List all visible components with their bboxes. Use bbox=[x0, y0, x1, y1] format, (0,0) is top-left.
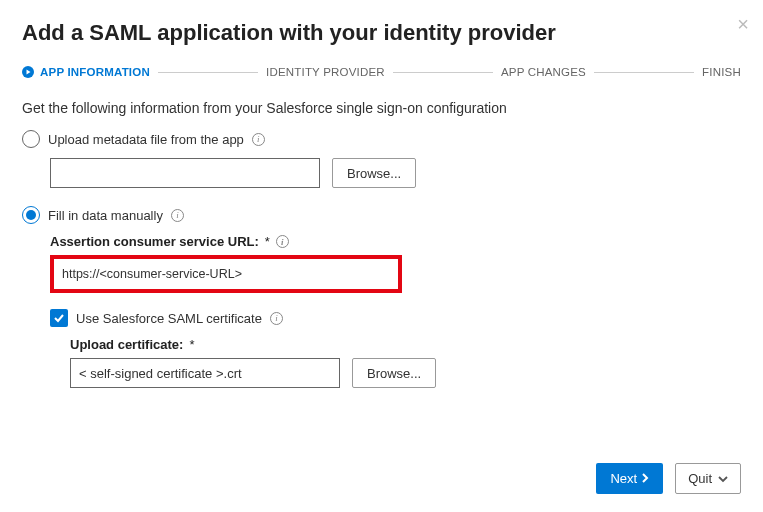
radio-row-manual[interactable]: Fill in data manually i bbox=[22, 206, 741, 224]
step-indicator: APP INFORMATION IDENTITY PROVIDER APP CH… bbox=[22, 66, 741, 78]
step-app-changes: APP CHANGES bbox=[501, 66, 586, 78]
step-connector bbox=[594, 72, 694, 73]
info-icon[interactable]: i bbox=[270, 312, 283, 325]
acs-url-label: Assertion consumer service URL: * i bbox=[50, 234, 741, 249]
intro-text: Get the following information from your … bbox=[22, 100, 741, 116]
upload-cert-label: Upload certificate: * bbox=[70, 337, 741, 352]
step-identity-provider: IDENTITY PROVIDER bbox=[266, 66, 385, 78]
info-icon[interactable]: i bbox=[252, 133, 265, 146]
required-mark: * bbox=[265, 234, 270, 249]
chevron-down-icon bbox=[718, 471, 728, 486]
quit-button[interactable]: Quit bbox=[675, 463, 741, 494]
cert-filename: < self-signed certificate >.crt bbox=[79, 366, 242, 381]
acs-url-highlight bbox=[50, 255, 402, 293]
radio-label: Fill in data manually bbox=[48, 208, 163, 223]
label-text: Upload certificate: bbox=[70, 337, 183, 352]
button-label: Next bbox=[610, 471, 637, 486]
step-app-information: APP INFORMATION bbox=[22, 66, 150, 78]
step-label: APP CHANGES bbox=[501, 66, 586, 78]
step-finish: FINISH bbox=[702, 66, 741, 78]
label-text: Assertion consumer service URL: bbox=[50, 234, 259, 249]
next-button[interactable]: Next bbox=[596, 463, 663, 494]
checkbox-label: Use Salesforce SAML certificate bbox=[76, 311, 262, 326]
browse-cert-button[interactable]: Browse... bbox=[352, 358, 436, 388]
step-label: APP INFORMATION bbox=[40, 66, 150, 78]
required-mark: * bbox=[189, 337, 194, 352]
step-label: FINISH bbox=[702, 66, 741, 78]
step-connector bbox=[393, 72, 493, 73]
metadata-file-row: Browse... bbox=[50, 158, 741, 188]
checkbox-row-saml-cert[interactable]: Use Salesforce SAML certificate i bbox=[50, 309, 741, 327]
step-connector bbox=[158, 72, 258, 73]
close-icon[interactable]: × bbox=[737, 14, 749, 34]
browse-metadata-button[interactable]: Browse... bbox=[332, 158, 416, 188]
radio-row-upload-metadata[interactable]: Upload metadata file from the app i bbox=[22, 130, 741, 148]
info-icon[interactable]: i bbox=[171, 209, 184, 222]
step-active-icon bbox=[22, 66, 34, 78]
chevron-right-icon bbox=[641, 471, 649, 486]
dialog-title: Add a SAML application with your identit… bbox=[22, 20, 741, 46]
radio-manual[interactable] bbox=[22, 206, 40, 224]
acs-url-input[interactable] bbox=[56, 261, 396, 287]
step-label: IDENTITY PROVIDER bbox=[266, 66, 385, 78]
cert-file-field[interactable]: < self-signed certificate >.crt bbox=[70, 358, 340, 388]
metadata-file-field[interactable] bbox=[50, 158, 320, 188]
button-label: Quit bbox=[688, 471, 712, 486]
dialog-footer: Next Quit bbox=[596, 463, 741, 494]
info-icon[interactable]: i bbox=[276, 235, 289, 248]
radio-label: Upload metadata file from the app bbox=[48, 132, 244, 147]
cert-file-row: < self-signed certificate >.crt Browse..… bbox=[70, 358, 741, 388]
checkbox-saml-cert[interactable] bbox=[50, 309, 68, 327]
radio-upload-metadata[interactable] bbox=[22, 130, 40, 148]
